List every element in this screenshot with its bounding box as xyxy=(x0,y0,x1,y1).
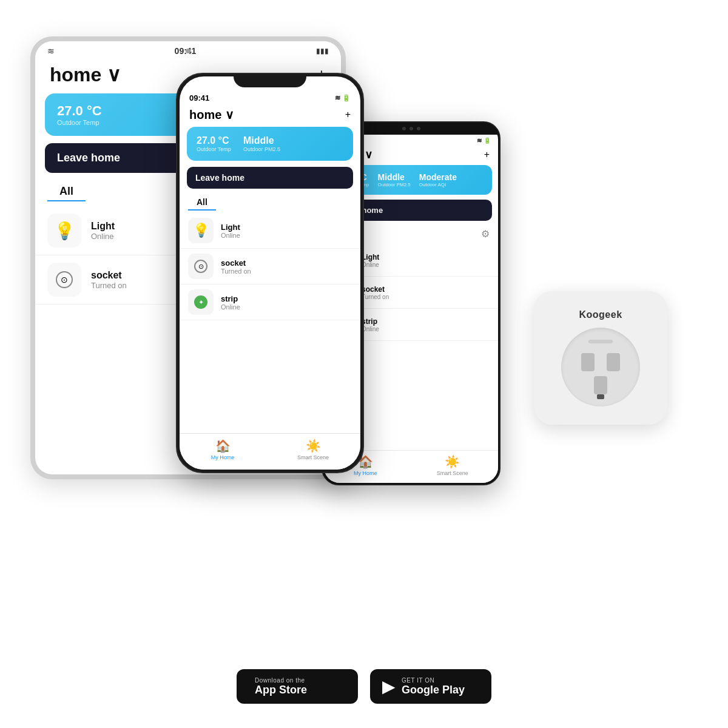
plug-hole-right xyxy=(607,353,620,371)
android-light-status: Online xyxy=(362,261,379,268)
android-light-name: Light xyxy=(362,253,379,261)
google-play-top-text: GET IT ON xyxy=(402,677,465,684)
iphone-strip-status: Online xyxy=(221,303,240,311)
iphone-weather-card: 27.0 °C Outdoor Temp Middle Outdoor PM2.… xyxy=(187,127,353,161)
iphone-home-title: home ∨ xyxy=(189,107,234,122)
iphone-tab-scene[interactable]: ☀️ Smart Scene xyxy=(297,439,329,460)
iphone-tab-home[interactable]: 🏠 My Home xyxy=(211,439,235,460)
store-buttons-container: Download on the App Store ▶ GET IT ON Go… xyxy=(237,669,491,704)
iphone-all-label: All xyxy=(188,195,216,211)
tablet-all-label: All xyxy=(47,180,86,201)
socket-circle-icon: ⊙ xyxy=(56,271,73,288)
iphone-light-status: Online xyxy=(221,232,240,239)
android-strip-name: strip xyxy=(362,317,379,326)
android-add-button[interactable]: + xyxy=(484,149,490,160)
tablet-temp-label: Outdoor Temp xyxy=(57,119,102,126)
home-tab-label: My Home xyxy=(211,454,235,460)
plug-top-bar xyxy=(588,340,613,343)
tablet-temp-item: 27.0 °C Outdoor Temp xyxy=(57,103,102,126)
iphone-light-name: Light xyxy=(221,223,240,232)
tablet-socket-status: Turned on xyxy=(91,281,127,290)
app-store-button[interactable]: Download on the App Store xyxy=(237,669,358,704)
home-tab-icon: 🏠 xyxy=(215,439,231,453)
tablet-light-status: Online xyxy=(91,232,115,241)
iphone-time: 09:41 xyxy=(189,93,209,103)
smart-plug: Koogeek xyxy=(534,291,667,425)
android-scene-tab-icon: ☀️ xyxy=(445,454,460,469)
tablet-home-title: home ∨ xyxy=(50,63,121,86)
iphone-socket-name: socket xyxy=(221,258,251,268)
android-status-icons: ≋ 🔋 xyxy=(477,137,491,144)
android-pm25-label: Outdoor PM2.5 xyxy=(378,182,411,187)
google-play-icon: ▶ xyxy=(382,676,396,696)
plug-hole-bottom xyxy=(594,376,607,394)
tablet-camera xyxy=(186,49,190,53)
iphone-icons: ≋ 🔋 xyxy=(335,94,351,102)
android-camera xyxy=(402,127,406,130)
android-speaker xyxy=(417,127,420,130)
iphone-temp-label: Outdoor Temp xyxy=(197,146,231,152)
google-play-button[interactable]: ▶ GET IT ON Google Play xyxy=(370,669,491,704)
android-pm25: Middle xyxy=(378,172,411,182)
wifi-icon: ≋ xyxy=(47,46,55,56)
google-play-main-text: Google Play xyxy=(402,684,465,696)
plug-holes xyxy=(581,353,620,371)
tablet-socket-name: socket xyxy=(91,270,127,281)
iphone-device-list: 💡 Light Online ⊙ socket Turned on xyxy=(180,213,360,320)
tablet-light-name: Light xyxy=(91,221,115,232)
iphone-pm25: Middle xyxy=(243,135,280,146)
android-home-tab-label: My Home xyxy=(354,470,377,476)
iphone-leave-home-button[interactable]: Leave home xyxy=(187,167,353,189)
iphone-light-icon: 💡 xyxy=(188,218,214,243)
settings-icon[interactable]: ⚙ xyxy=(481,228,490,240)
plug-socket-face xyxy=(561,328,640,406)
android-scene-tab-label: Smart Scene xyxy=(437,470,468,476)
plug-brand-name: Koogeek xyxy=(579,309,622,320)
iphone-notch xyxy=(234,74,306,87)
apple-store-top-text: Download on the xyxy=(255,677,307,684)
tablet-temp-value: 27.0 °C xyxy=(57,103,102,119)
iphone-pm25-label: Outdoor PM2.5 xyxy=(243,146,280,152)
battery-icon: ▮▮▮ xyxy=(316,47,329,55)
android-socket-status: Turned on xyxy=(362,294,389,300)
iphone-tabbar: 🏠 My Home ☀️ Smart Scene xyxy=(180,433,360,470)
android-tab-scene[interactable]: ☀️ Smart Scene xyxy=(437,454,468,476)
android-aqi-label: Outdoor AQI xyxy=(419,182,457,187)
iphone-header: home ∨ + xyxy=(180,105,360,127)
tablet-light-icon: 💡 xyxy=(47,214,81,248)
scene-tab-icon: ☀️ xyxy=(306,439,321,453)
scene-tab-label: Smart Scene xyxy=(297,454,329,460)
plug-hole-left xyxy=(581,353,595,371)
iphone-socket-icon: ⊙ xyxy=(188,254,214,279)
android-aqi: Moderate xyxy=(419,172,457,182)
apple-store-main-text: App Store xyxy=(255,684,307,696)
iphone-socket-status: Turned on xyxy=(221,268,251,275)
iphone-device-socket[interactable]: ⊙ socket Turned on xyxy=(180,249,360,285)
iphone-screen: 09:41 ≋ 🔋 home ∨ + 27.0 °C Outdoor Temp … xyxy=(180,76,360,470)
iphone-strip-icon: ✦ xyxy=(188,289,214,315)
iphone-device-strip[interactable]: ✦ strip Online xyxy=(180,285,360,320)
iphone-temp: 27.0 °C xyxy=(197,135,231,146)
plug-led-indicator xyxy=(597,394,604,399)
android-strip-status: Online xyxy=(362,326,379,332)
iphone-add-button[interactable]: + xyxy=(345,109,351,120)
iphone: 09:41 ≋ 🔋 home ∨ + 27.0 °C Outdoor Temp … xyxy=(176,73,364,473)
iphone-strip-name: strip xyxy=(221,294,240,303)
android-socket-name: socket xyxy=(362,285,389,294)
android-sensor xyxy=(410,127,413,130)
iphone-device-light[interactable]: 💡 Light Online xyxy=(180,213,360,249)
main-container: ≋ 09:41 ▮▮▮ home ∨ + 27.0 °C Outdoor Tem… xyxy=(0,0,728,728)
tablet-socket-icon: ⊙ xyxy=(47,263,81,297)
